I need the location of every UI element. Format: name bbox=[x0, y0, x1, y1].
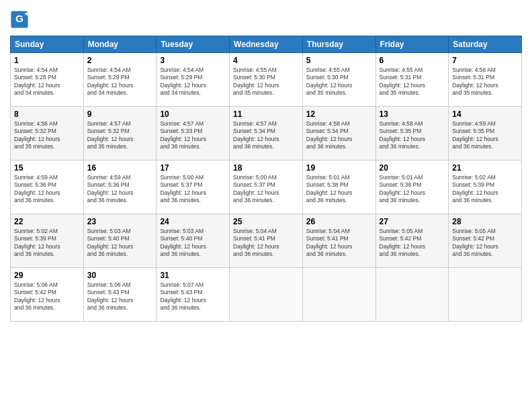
calendar-cell: 19Sunrise: 5:01 AM Sunset: 5:38 PM Dayli… bbox=[302, 161, 375, 214]
calendar-cell: 10Sunrise: 4:57 AM Sunset: 5:33 PM Dayli… bbox=[157, 107, 230, 161]
day-info: Sunrise: 4:57 AM Sunset: 5:33 PM Dayligh… bbox=[160, 120, 226, 151]
day-info: Sunrise: 5:00 AM Sunset: 5:37 PM Dayligh… bbox=[233, 174, 299, 205]
day-number: 13 bbox=[380, 109, 445, 119]
day-info: Sunrise: 5:03 AM Sunset: 5:40 PM Dayligh… bbox=[87, 228, 153, 259]
day-number: 21 bbox=[452, 163, 518, 173]
day-info: Sunrise: 5:05 AM Sunset: 5:42 PM Dayligh… bbox=[380, 228, 445, 259]
day-number: 7 bbox=[452, 56, 518, 65]
day-number: 25 bbox=[233, 217, 299, 226]
calendar-cell: 18Sunrise: 5:00 AM Sunset: 5:37 PM Dayli… bbox=[230, 161, 303, 214]
weekday-wednesday: Wednesday bbox=[230, 36, 303, 53]
calendar-cell: 9Sunrise: 4:57 AM Sunset: 5:32 PM Daylig… bbox=[83, 107, 157, 161]
calendar-cell: 5Sunrise: 4:55 AM Sunset: 5:30 PM Daylig… bbox=[302, 53, 375, 107]
calendar-cell bbox=[375, 268, 449, 322]
day-number: 23 bbox=[87, 217, 153, 226]
day-info: Sunrise: 5:05 AM Sunset: 5:42 PM Dayligh… bbox=[452, 228, 518, 259]
day-info: Sunrise: 5:02 AM Sunset: 5:39 PM Dayligh… bbox=[14, 228, 80, 259]
day-number: 12 bbox=[306, 109, 372, 119]
calendar-cell bbox=[230, 268, 303, 322]
calendar-cell: 3Sunrise: 4:54 AM Sunset: 5:29 PM Daylig… bbox=[157, 53, 230, 107]
day-number: 9 bbox=[87, 109, 153, 119]
day-info: Sunrise: 4:55 AM Sunset: 5:30 PM Dayligh… bbox=[306, 66, 372, 97]
day-number: 11 bbox=[233, 109, 299, 119]
week-row-5: 29Sunrise: 5:06 AM Sunset: 5:42 PM Dayli… bbox=[11, 268, 522, 322]
day-number: 6 bbox=[380, 56, 445, 65]
day-number: 27 bbox=[380, 217, 445, 226]
day-info: Sunrise: 4:54 AM Sunset: 5:29 PM Dayligh… bbox=[160, 66, 226, 97]
day-number: 16 bbox=[87, 163, 153, 173]
calendar-cell: 2Sunrise: 4:54 AM Sunset: 5:29 PM Daylig… bbox=[83, 53, 157, 107]
day-number: 29 bbox=[14, 271, 80, 280]
week-row-1: 1Sunrise: 4:54 AM Sunset: 5:28 PM Daylig… bbox=[11, 53, 522, 107]
calendar-cell: 25Sunrise: 5:04 AM Sunset: 5:41 PM Dayli… bbox=[230, 214, 303, 268]
day-info: Sunrise: 4:58 AM Sunset: 5:34 PM Dayligh… bbox=[306, 120, 372, 151]
day-info: Sunrise: 4:59 AM Sunset: 5:36 PM Dayligh… bbox=[14, 174, 80, 205]
day-number: 26 bbox=[306, 217, 372, 226]
day-number: 20 bbox=[380, 163, 445, 173]
weekday-friday: Friday bbox=[375, 36, 449, 53]
day-info: Sunrise: 4:54 AM Sunset: 5:28 PM Dayligh… bbox=[14, 66, 80, 97]
calendar-cell: 28Sunrise: 5:05 AM Sunset: 5:42 PM Dayli… bbox=[449, 214, 522, 268]
day-number: 2 bbox=[87, 56, 153, 65]
day-number: 4 bbox=[233, 56, 299, 65]
day-info: Sunrise: 4:54 AM Sunset: 5:29 PM Dayligh… bbox=[87, 66, 153, 97]
calendar-cell: 14Sunrise: 4:59 AM Sunset: 5:35 PM Dayli… bbox=[449, 107, 522, 161]
weekday-header-row: SundayMondayTuesdayWednesdayThursdayFrid… bbox=[11, 36, 522, 53]
page-container: G SundayMondayTuesdayWednesdayThursdayFr… bbox=[0, 0, 532, 328]
weekday-thursday: Thursday bbox=[302, 36, 375, 53]
calendar: SundayMondayTuesdayWednesdayThursdayFrid… bbox=[10, 36, 522, 322]
week-row-4: 22Sunrise: 5:02 AM Sunset: 5:39 PM Dayli… bbox=[11, 214, 522, 268]
weekday-saturday: Saturday bbox=[449, 36, 522, 53]
svg-text:G: G bbox=[15, 13, 24, 24]
day-info: Sunrise: 5:00 AM Sunset: 5:37 PM Dayligh… bbox=[160, 174, 226, 205]
day-info: Sunrise: 4:57 AM Sunset: 5:34 PM Dayligh… bbox=[233, 120, 299, 151]
day-number: 17 bbox=[160, 163, 226, 173]
day-info: Sunrise: 4:59 AM Sunset: 5:36 PM Dayligh… bbox=[87, 174, 153, 205]
calendar-cell: 26Sunrise: 5:04 AM Sunset: 5:41 PM Dayli… bbox=[302, 214, 375, 268]
weekday-tuesday: Tuesday bbox=[157, 36, 230, 53]
day-info: Sunrise: 5:06 AM Sunset: 5:42 PM Dayligh… bbox=[14, 281, 80, 312]
day-number: 5 bbox=[306, 56, 372, 65]
day-info: Sunrise: 4:56 AM Sunset: 5:31 PM Dayligh… bbox=[452, 66, 518, 97]
day-number: 1 bbox=[14, 56, 80, 65]
day-info: Sunrise: 4:55 AM Sunset: 5:31 PM Dayligh… bbox=[380, 66, 445, 97]
calendar-cell: 31Sunrise: 5:07 AM Sunset: 5:43 PM Dayli… bbox=[157, 268, 230, 322]
calendar-cell: 12Sunrise: 4:58 AM Sunset: 5:34 PM Dayli… bbox=[302, 107, 375, 161]
day-info: Sunrise: 5:01 AM Sunset: 5:38 PM Dayligh… bbox=[380, 174, 445, 205]
week-row-3: 15Sunrise: 4:59 AM Sunset: 5:36 PM Dayli… bbox=[11, 161, 522, 214]
calendar-cell: 21Sunrise: 5:02 AM Sunset: 5:39 PM Dayli… bbox=[449, 161, 522, 214]
calendar-cell bbox=[449, 268, 522, 322]
day-number: 22 bbox=[14, 217, 80, 226]
header: G bbox=[10, 10, 522, 29]
day-number: 14 bbox=[452, 109, 518, 119]
calendar-cell: 20Sunrise: 5:01 AM Sunset: 5:38 PM Dayli… bbox=[375, 161, 449, 214]
day-info: Sunrise: 5:02 AM Sunset: 5:39 PM Dayligh… bbox=[452, 174, 518, 205]
calendar-cell: 11Sunrise: 4:57 AM Sunset: 5:34 PM Dayli… bbox=[230, 107, 303, 161]
day-number: 19 bbox=[306, 163, 372, 173]
calendar-cell: 15Sunrise: 4:59 AM Sunset: 5:36 PM Dayli… bbox=[11, 161, 84, 214]
calendar-cell: 6Sunrise: 4:55 AM Sunset: 5:31 PM Daylig… bbox=[375, 53, 449, 107]
day-info: Sunrise: 5:03 AM Sunset: 5:40 PM Dayligh… bbox=[160, 228, 226, 259]
calendar-cell: 22Sunrise: 5:02 AM Sunset: 5:39 PM Dayli… bbox=[11, 214, 84, 268]
day-info: Sunrise: 4:57 AM Sunset: 5:32 PM Dayligh… bbox=[87, 120, 153, 151]
calendar-cell bbox=[302, 268, 375, 322]
day-number: 30 bbox=[87, 271, 153, 280]
day-number: 18 bbox=[233, 163, 299, 173]
weekday-sunday: Sunday bbox=[11, 36, 84, 53]
day-info: Sunrise: 5:01 AM Sunset: 5:38 PM Dayligh… bbox=[306, 174, 372, 205]
day-info: Sunrise: 5:07 AM Sunset: 5:43 PM Dayligh… bbox=[160, 281, 226, 312]
calendar-cell: 17Sunrise: 5:00 AM Sunset: 5:37 PM Dayli… bbox=[157, 161, 230, 214]
day-info: Sunrise: 5:04 AM Sunset: 5:41 PM Dayligh… bbox=[233, 228, 299, 259]
calendar-cell: 4Sunrise: 4:55 AM Sunset: 5:30 PM Daylig… bbox=[230, 53, 303, 107]
day-info: Sunrise: 5:06 AM Sunset: 5:43 PM Dayligh… bbox=[87, 281, 153, 312]
day-number: 15 bbox=[14, 163, 80, 173]
calendar-cell: 16Sunrise: 4:59 AM Sunset: 5:36 PM Dayli… bbox=[83, 161, 157, 214]
day-info: Sunrise: 4:59 AM Sunset: 5:35 PM Dayligh… bbox=[452, 120, 518, 151]
logo: G bbox=[10, 10, 32, 29]
day-number: 31 bbox=[160, 271, 226, 280]
day-number: 8 bbox=[14, 109, 80, 119]
logo-icon: G bbox=[10, 10, 29, 29]
day-number: 3 bbox=[160, 56, 226, 65]
day-number: 24 bbox=[160, 217, 226, 226]
calendar-cell: 7Sunrise: 4:56 AM Sunset: 5:31 PM Daylig… bbox=[449, 53, 522, 107]
